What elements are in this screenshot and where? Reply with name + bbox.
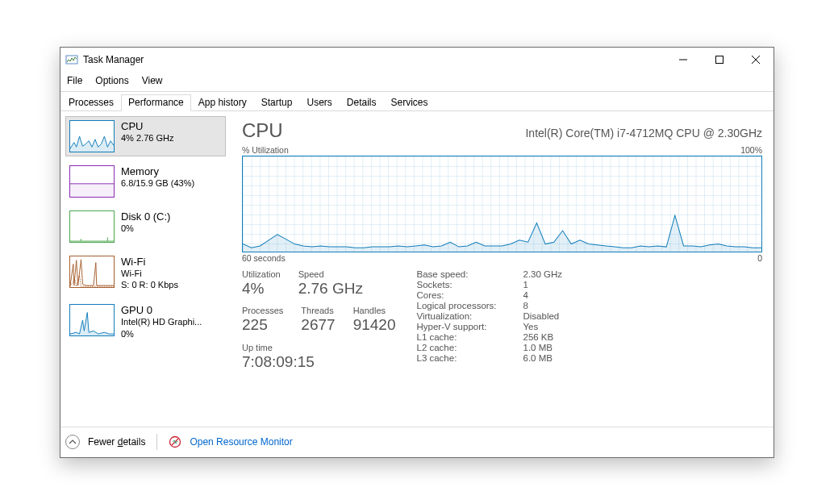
sidebar-item-memory[interactable]: Memory 6.8/15.9 GB (43%) <box>65 161 226 202</box>
speed-label: Speed <box>298 269 363 279</box>
tab-services[interactable]: Services <box>384 94 436 111</box>
sidebar-cpu-sub: 4% 2.76 GHz <box>121 132 173 144</box>
handles-value: 91420 <box>353 315 396 335</box>
chevron-up-icon <box>69 438 77 446</box>
svg-rect-0 <box>66 56 77 64</box>
sidebar-wifi-sub2: S: 0 R: 0 Kbps <box>121 279 178 290</box>
l3-value: 6.0 MB <box>523 353 562 363</box>
sidebar-item-disk[interactable]: Disk 0 (C:) 0% <box>65 206 226 247</box>
chart-x-start: 60 seconds <box>242 253 286 263</box>
cores-value: 4 <box>523 290 562 300</box>
svg-marker-11 <box>70 312 114 335</box>
tab-startup[interactable]: Startup <box>254 94 300 111</box>
wifi-thumb-icon <box>69 256 115 288</box>
hyperv-value: Yes <box>523 322 562 331</box>
sidebar-gpu-sub2: 0% <box>121 328 202 339</box>
processes-label: Processes <box>242 306 283 315</box>
speed-value: 2.76 GHz <box>298 279 363 298</box>
l3-label: L3 cache: <box>416 353 515 363</box>
l1-value: 256 KB <box>523 332 562 342</box>
menu-file[interactable]: File <box>65 73 84 88</box>
handles-label: Handles <box>353 306 396 315</box>
task-manager-window: Task Manager File Options View Processes… <box>60 47 774 458</box>
page-title: CPU <box>242 119 283 142</box>
sidebar-disk-label: Disk 0 (C:) <box>121 210 170 223</box>
threads-label: Threads <box>301 306 335 315</box>
disk-thumb-icon <box>69 210 115 243</box>
chart-y-max: 100% <box>740 145 762 155</box>
sidebar-gpu-sub1: Intel(R) HD Graphi... <box>121 316 202 327</box>
footer: Fewer details Open Resource Monitor <box>60 427 774 457</box>
window-controls <box>665 48 774 72</box>
sidebar-memory-sub: 6.8/15.9 GB (43%) <box>121 177 194 189</box>
menu-bar: File Options View <box>60 72 774 91</box>
device-name: Intel(R) Core(TM) i7-4712MQ CPU @ 2.30GH… <box>525 127 762 140</box>
svg-rect-7 <box>70 183 114 196</box>
chart-line-icon <box>243 156 761 252</box>
content-area: CPU 4% 2.76 GHz Memory 6.8/15.9 GB (43%) <box>60 111 774 427</box>
cpu-utilization-chart[interactable] <box>242 156 762 252</box>
tab-users[interactable]: Users <box>299 94 339 111</box>
cpu-info-table: Base speed: 2.30 GHz Sockets: 1 Cores: 4… <box>416 269 562 422</box>
gpu-thumb-icon <box>69 304 115 336</box>
sockets-value: 1 <box>523 280 562 289</box>
window-title: Task Manager <box>83 54 665 65</box>
separator <box>156 434 157 450</box>
fewer-details-label[interactable]: Fewer details <box>88 436 145 448</box>
resource-monitor-icon <box>169 435 181 448</box>
tab-details[interactable]: Details <box>340 94 384 111</box>
sockets-label: Sockets: <box>416 280 515 289</box>
sidebar-gpu-label: GPU 0 <box>121 304 202 317</box>
close-button[interactable] <box>737 48 774 72</box>
tab-bar: Processes Performance App history Startu… <box>60 91 774 111</box>
stats-area: Utilization 4% Speed 2.76 GHz Processes … <box>242 269 762 422</box>
fewer-details-button[interactable] <box>65 435 80 449</box>
menu-view[interactable]: View <box>140 73 165 88</box>
hyperv-label: Hyper-V support: <box>416 322 515 331</box>
uptime-label: Up time <box>242 343 395 352</box>
main-panel: CPU Intel(R) Core(TM) i7-4712MQ CPU @ 2.… <box>226 111 774 427</box>
menu-options[interactable]: Options <box>94 73 130 88</box>
sidebar-memory-label: Memory <box>121 165 194 178</box>
virtualization-label: Virtualization: <box>416 311 515 321</box>
performance-sidebar: CPU 4% 2.76 GHz Memory 6.8/15.9 GB (43%) <box>60 111 226 427</box>
utilization-value: 4% <box>242 279 281 298</box>
sidebar-cpu-label: CPU <box>121 120 173 133</box>
chart-y-label: % Utilization <box>242 145 289 155</box>
maximize-button[interactable] <box>701 48 737 72</box>
sidebar-disk-sub: 0% <box>121 223 170 234</box>
logical-label: Logical processors: <box>416 301 515 310</box>
sidebar-wifi-sub1: Wi-Fi <box>121 268 178 279</box>
virtualization-value: Disabled <box>523 311 562 321</box>
minimize-button[interactable] <box>665 48 701 72</box>
svg-rect-2 <box>715 56 723 63</box>
sidebar-item-wifi[interactable]: Wi-Fi Wi-Fi S: 0 R: 0 Kbps <box>65 252 226 295</box>
utilization-label: Utilization <box>242 269 281 279</box>
sidebar-item-gpu[interactable]: GPU 0 Intel(R) HD Graphi... 0% <box>65 300 226 344</box>
memory-thumb-icon <box>69 165 115 198</box>
tab-processes[interactable]: Processes <box>61 94 121 111</box>
l2-value: 1.0 MB <box>523 343 562 352</box>
sidebar-item-cpu[interactable]: CPU 4% 2.76 GHz <box>65 116 226 156</box>
title-bar[interactable]: Task Manager <box>60 48 774 72</box>
l2-label: L2 cache: <box>416 343 515 352</box>
app-icon <box>65 53 78 66</box>
svg-marker-5 <box>70 136 114 152</box>
cores-label: Cores: <box>416 290 515 300</box>
sidebar-wifi-label: Wi-Fi <box>121 256 178 269</box>
open-resource-monitor-link[interactable]: Open Resource Monitor <box>190 436 292 448</box>
cpu-thumb-icon <box>69 120 115 152</box>
threads-value: 2677 <box>301 315 335 335</box>
l1-label: L1 cache: <box>416 332 515 342</box>
base-speed-label: Base speed: <box>416 269 515 279</box>
uptime-value: 7:08:09:15 <box>242 352 395 372</box>
processes-value: 225 <box>242 315 283 335</box>
base-speed-value: 2.30 GHz <box>523 269 562 279</box>
tab-performance[interactable]: Performance <box>121 94 191 111</box>
tab-app-history[interactable]: App history <box>191 94 254 111</box>
chart-x-end: 0 <box>757 253 762 263</box>
logical-value: 8 <box>523 301 562 310</box>
